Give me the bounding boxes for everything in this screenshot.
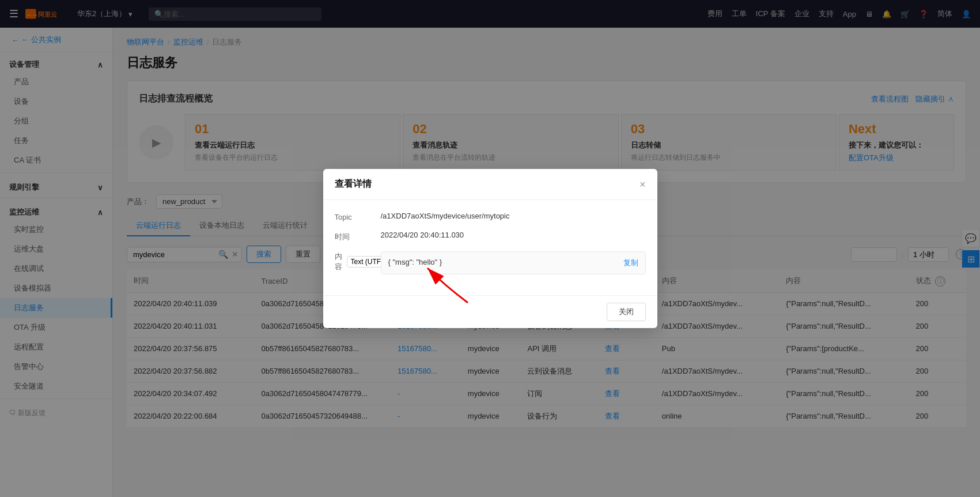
modal-topic-row: Topic /a1XDD7aoXtS/mydevice/user/mytopic bbox=[335, 212, 646, 221]
content-field-label: 内容 bbox=[335, 251, 342, 272]
detail-modal: 查看详情 × Topic /a1XDD7aoXtS/mydevice/user/… bbox=[323, 169, 657, 328]
modal-title: 查看详情 bbox=[335, 178, 372, 190]
modal-time-row: 时间 2022/04/20 20:40:11.030 bbox=[335, 231, 646, 242]
modal-footer: 关闭 bbox=[323, 295, 657, 328]
topic-value: /a1XDD7aoXtS/mydevice/user/mytopic bbox=[381, 212, 646, 221]
copy-btn[interactable]: 复制 bbox=[623, 258, 638, 268]
content-body: { "msg": "hello" } 复制 bbox=[381, 251, 646, 274]
modal-header: 查看详情 × bbox=[323, 169, 657, 200]
topic-label: Topic bbox=[335, 212, 381, 221]
content-label-area: 内容 Text (UTF-8) bbox=[335, 251, 381, 272]
content-value: { "msg": "hello" } bbox=[388, 258, 442, 266]
modal-body: Topic /a1XDD7aoXtS/mydevice/user/mytopic… bbox=[323, 200, 657, 295]
modal-close-btn[interactable]: × bbox=[640, 179, 646, 190]
time-value: 2022/04/20 20:40:11.030 bbox=[381, 231, 646, 242]
time-label: 时间 bbox=[335, 231, 381, 242]
modal-close-footer-btn[interactable]: 关闭 bbox=[607, 303, 646, 321]
modal-content-row: 内容 Text (UTF-8) { "msg": "hello" } 复制 bbox=[335, 251, 646, 274]
modal-overlay: 查看详情 × Topic /a1XDD7aoXtS/mydevice/user/… bbox=[0, 0, 980, 497]
